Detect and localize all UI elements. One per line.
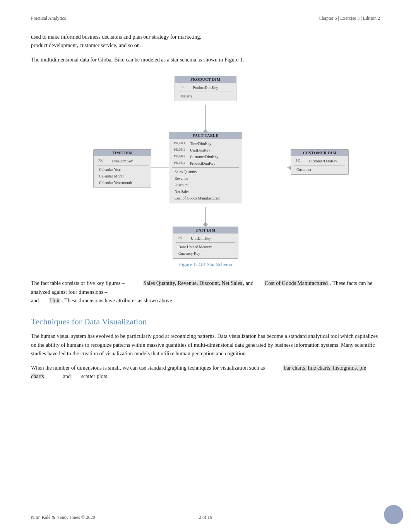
customer-dim-table: CUSTOMER DIM PK CustomerDimKey Customer	[291, 149, 349, 175]
unit-dim-table: UNIT DIM PK UnitDimKey Base Unit of Meas…	[173, 227, 238, 259]
diagram-area: PRODUCT DIM PK ProductDimKey Material TI…	[70, 72, 341, 257]
page: Practical Analytics Chapter 6 | Exercise…	[0, 0, 411, 532]
intro-paragraph-1: used to make informed business decisions…	[31, 33, 380, 50]
product-dim-header: PRODUCT DIM	[175, 76, 236, 83]
time-dim-body: PK TimeDimKey Calendar Year Calendar Mon…	[94, 156, 151, 188]
header-right: Chapter 6 | Exercise 5 | Edition 2	[319, 15, 380, 21]
visualization-paragraph-1: The human visual system has evolved to b…	[31, 332, 380, 358]
intro-paragraph-2: The multidimensional data for Global Bik…	[31, 56, 380, 64]
visualization-paragraph-2: When the number of dimensions is small, …	[31, 364, 380, 381]
star-schema-diagram: PRODUCT DIM PK ProductDimKey Material TI…	[31, 72, 380, 275]
footer-left: Nitin Kalé & Nancy Jones © 2020	[31, 515, 95, 520]
fact-table-paragraph: The fact table consists of five key figu…	[31, 279, 380, 305]
bottom-right-decoration	[384, 505, 403, 524]
unit-dim-header: UNIT DIM	[173, 227, 238, 234]
product-dim-body: PK ProductDimKey Material	[175, 83, 236, 101]
time-dim-table: TIME DIM PK TimeDimKey Calendar Year Cal…	[93, 149, 151, 188]
unit-dim-body: PK UnitDimKey Base Unit of Measure Curre…	[173, 234, 238, 258]
product-dim-table: PRODUCT DIM PK ProductDimKey Material	[175, 76, 236, 101]
customer-dim-body: PK CustomerDimKey Customer	[291, 156, 348, 174]
figure-caption: Figure 1: GB Star Schema	[179, 261, 232, 268]
fact-table-body: PK,FK1 TimeDimKey PK,FK2 UnitDimKey PK,F…	[169, 139, 242, 203]
time-dim-header: TIME DIM	[94, 150, 151, 156]
header-left: Practical Analytics	[31, 15, 66, 21]
footer-center: 2 of 16	[199, 515, 212, 520]
fact-table: FACT TABLE PK,FK1 TimeDimKey PK,FK2 Unit…	[169, 132, 242, 203]
fact-table-header: FACT TABLE	[169, 132, 242, 139]
customer-dim-header: CUSTOMER DIM	[291, 150, 348, 156]
section-heading: Techniques for Data Visualization	[31, 317, 380, 327]
page-header: Practical Analytics Chapter 6 | Exercise…	[31, 15, 380, 21]
